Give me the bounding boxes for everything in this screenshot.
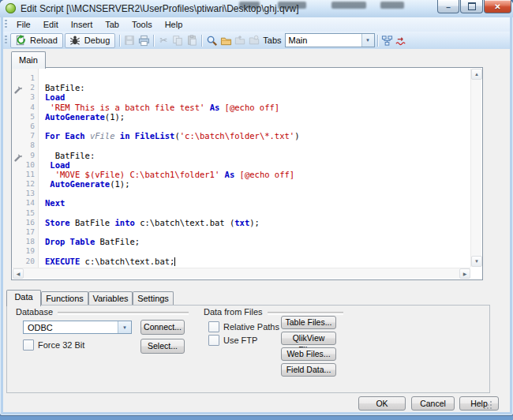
line-number: 17: [26, 227, 35, 237]
line-number: 13: [26, 189, 35, 198]
toolbar-grip: [5, 36, 7, 45]
import-file-icon: [233, 33, 247, 47]
script-tab-main[interactable]: Main: [11, 51, 46, 69]
field-data-button[interactable]: Field Data...: [281, 363, 336, 377]
titlebar[interactable]: Edit Script [\\MCNSERVER2\UserProfiles\p…: [0, 0, 513, 17]
relative-paths-label: Relative Paths: [223, 322, 279, 332]
reload-icon: [13, 33, 28, 47]
use-ftp-row: Use FTP: [208, 335, 257, 346]
menu-bar: File Edit Insert Tab Tools Help: [3, 17, 510, 32]
text-caret: [174, 257, 175, 266]
editor-gutter: 123456789101112131415161718192021: [12, 68, 39, 268]
line-number: 4: [30, 103, 35, 112]
line-number: 11: [26, 170, 35, 179]
code-line: Load: [45, 160, 470, 170]
line-number: 8: [30, 141, 35, 150]
horizontal-scrollbar[interactable]: ◀ ▶: [13, 268, 470, 279]
resize-grip[interactable]: [482, 399, 493, 411]
chevron-down-icon[interactable]: ▼: [361, 34, 374, 47]
line-number: 18: [26, 237, 35, 246]
paste-icon: [185, 33, 199, 47]
table-viewer-icon[interactable]: [380, 33, 395, 47]
close-button[interactable]: ✕: [484, 0, 511, 13]
database-select-value: ODBC: [28, 322, 53, 333]
database-group-label: Database: [16, 307, 53, 317]
line-number: 1: [30, 73, 35, 83]
group-divider: [58, 312, 189, 315]
use-ftp-checkbox[interactable]: [208, 335, 219, 346]
line-number: 6: [30, 122, 35, 131]
cancel-button[interactable]: Cancel: [411, 396, 455, 411]
scroll-up-icon[interactable]: ▲: [471, 69, 482, 80]
force-32-bit-label: Force 32 Bit: [38, 340, 84, 350]
minimize-icon: –: [446, 6, 451, 10]
tab-functions[interactable]: Functions: [41, 291, 88, 306]
print-icon[interactable]: [137, 33, 151, 47]
database-select[interactable]: ODBC ▼: [23, 321, 132, 334]
toolbar-separator: [201, 35, 202, 47]
code-line: [45, 246, 470, 256]
code-line: [45, 227, 470, 237]
menu-file[interactable]: File: [10, 18, 37, 31]
desktop-background: Edit Script [\\MCNSERVER2\UserProfiles\p…: [0, 0, 513, 420]
code-lines[interactable]: BatFile:Load 'REM This is a batch file t…: [45, 68, 470, 276]
code-line: [45, 122, 470, 131]
force-32-bit-checkbox[interactable]: [23, 339, 34, 351]
code-line: Load: [45, 92, 470, 102]
cut-icon: ✂: [156, 33, 170, 47]
ok-button[interactable]: OK: [358, 396, 406, 411]
line-number: 19: [26, 246, 35, 256]
relative-paths-checkbox[interactable]: [208, 321, 219, 332]
debug-button[interactable]: Debug: [65, 33, 115, 48]
web-files-button[interactable]: Web Files...: [281, 347, 336, 361]
import-web-icon: [247, 33, 261, 47]
chevron-down-icon[interactable]: ▼: [118, 321, 131, 333]
syntax-check-icon[interactable]: [395, 33, 409, 47]
line-number: 12: [26, 179, 35, 189]
scroll-right-icon[interactable]: ▶: [459, 268, 470, 279]
menu-tab[interactable]: Tab: [99, 18, 125, 31]
maximize-button[interactable]: [460, 0, 483, 13]
table-files-button[interactable]: Table Files...: [281, 316, 336, 329]
open-folder-icon[interactable]: [219, 33, 233, 47]
close-icon: ✕: [494, 2, 500, 11]
background-artifact: [380, 2, 404, 9]
script-editor[interactable]: 123456789101112131415161718192021 BatFil…: [11, 67, 483, 280]
connect-button[interactable]: Connect...: [140, 320, 185, 335]
toolbar-separator: [377, 35, 378, 47]
select-button[interactable]: Select...: [140, 339, 185, 354]
tab-settings[interactable]: Settings: [133, 291, 174, 306]
tab-variables[interactable]: Variables: [88, 291, 133, 306]
line-number: 2: [30, 83, 35, 92]
qlikview-file-button[interactable]: QlikView File...: [281, 332, 336, 345]
vertical-scrollbar[interactable]: ▲ ▼: [470, 69, 481, 267]
background-artifact: [331, 2, 366, 9]
tab-data[interactable]: Data: [6, 290, 41, 306]
data-tab-panel: Database ODBC ▼ Connect... Force 32 Bit …: [6, 305, 490, 393]
menu-edit[interactable]: Edit: [37, 18, 65, 31]
scroll-down-icon[interactable]: ▼: [471, 256, 482, 267]
reload-button[interactable]: Reload: [10, 33, 63, 48]
menu-tools[interactable]: Tools: [125, 18, 159, 31]
code-line: 'MOVE $(vFile) C:\batch1\folder1' As [@e…: [45, 170, 470, 179]
code-line: [45, 141, 470, 150]
scroll-left-icon[interactable]: ◀: [13, 268, 24, 279]
line-number: 16: [26, 218, 35, 227]
menu-insert[interactable]: Insert: [65, 18, 99, 31]
code-line: BatFile:: [45, 151, 470, 160]
toolbar-separator: [153, 35, 154, 47]
use-ftp-label: Use FTP: [223, 336, 257, 345]
code-line: [45, 189, 470, 198]
minimize-button[interactable]: –: [437, 0, 459, 13]
bookmark-wrench-icon: [13, 151, 23, 160]
find-icon[interactable]: [204, 33, 219, 47]
code-line: BatFile:: [45, 83, 470, 92]
save-icon: [122, 33, 137, 47]
code-line: 'REM This is a batch file test' As [@ech…: [45, 103, 470, 112]
code-line: For Each vFile in FileList('c:\batch\fol…: [45, 131, 470, 141]
tab-selector[interactable]: Main ▼: [285, 33, 375, 47]
line-number: 10: [26, 160, 35, 170]
force-32-bit-row: Force 32 Bit: [23, 339, 84, 351]
menu-help[interactable]: Help: [159, 18, 189, 31]
tab-selector-value: Main: [289, 35, 308, 46]
